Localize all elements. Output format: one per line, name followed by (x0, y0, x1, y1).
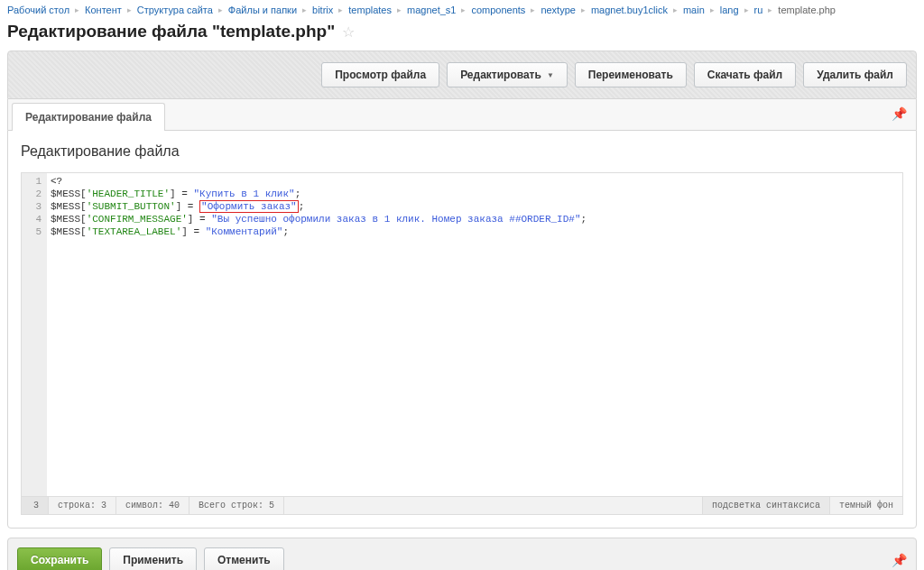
cancel-button[interactable]: Отменить (204, 547, 284, 570)
chevron-right-icon: ▸ (337, 5, 345, 14)
status-col: символ: 40 (116, 497, 189, 514)
breadcrumb-item[interactable]: bitrix (312, 5, 333, 15)
action-toolbar: Просмотр файла Редактировать ▼ Переимено… (7, 51, 917, 99)
breadcrumb-item[interactable]: templates (348, 5, 392, 15)
chevron-right-icon: ▸ (579, 5, 587, 14)
breadcrumb-item[interactable]: lang (720, 5, 739, 15)
chevron-right-icon: ▸ (125, 5, 134, 14)
apply-button[interactable]: Применить (109, 547, 197, 570)
chevron-right-icon: ▸ (300, 5, 309, 14)
chevron-right-icon: ▸ (743, 5, 751, 14)
breadcrumb-item[interactable]: Структура сайта (137, 5, 213, 15)
edit-dropdown-button[interactable]: Редактировать ▼ (447, 62, 568, 87)
download-button[interactable]: Скачать файл (694, 62, 796, 87)
status-line: строка: 3 (49, 497, 116, 514)
line-gutter: 12345 (22, 173, 47, 496)
save-button[interactable]: Сохранить (17, 547, 102, 570)
breadcrumb-item[interactable]: components (471, 5, 525, 15)
code-content[interactable]: <?$MESS['HEADER_TITLE'] = "Купить в 1 кл… (47, 173, 902, 496)
editor-status-bar: 3 строка: 3 символ: 40 Всего строк: 5 по… (22, 496, 902, 514)
chevron-down-icon: ▼ (547, 71, 554, 79)
breadcrumb-item[interactable]: magnet.buy1click (591, 5, 668, 15)
page-title: Редактирование файла "template.php" (7, 22, 335, 41)
chevron-right-icon: ▸ (766, 5, 774, 14)
favorite-star-icon[interactable]: ☆ (342, 23, 355, 41)
tabs: Редактирование файла 📌 (7, 99, 917, 130)
title-row: Редактирование файла "template.php" ☆ (0, 20, 924, 51)
breadcrumb-item[interactable]: ru (754, 5, 763, 15)
status-total: Всего строк: 5 (189, 497, 284, 514)
breadcrumb-item[interactable]: Рабочий стол (7, 5, 69, 15)
chevron-right-icon: ▸ (529, 5, 537, 14)
pin-icon[interactable]: 📌 (892, 553, 907, 567)
dark-mode-toggle[interactable]: темный фон (829, 497, 902, 514)
tab-edit-file[interactable]: Редактирование файла (12, 103, 165, 131)
pin-icon[interactable]: 📌 (892, 106, 907, 121)
syntax-highlight-toggle[interactable]: подсветка синтаксиса (702, 497, 829, 514)
breadcrumb-item[interactable]: Контент (85, 5, 122, 15)
delete-button[interactable]: Удалить файл (803, 62, 907, 87)
chevron-right-icon: ▸ (459, 5, 467, 14)
chevron-right-icon: ▸ (73, 5, 81, 14)
breadcrumb-item[interactable]: nextype (541, 5, 576, 15)
breadcrumb-item: template.php (778, 5, 836, 15)
breadcrumb: Рабочий стол▸Контент▸Структура сайта▸Фай… (0, 0, 924, 20)
chevron-right-icon: ▸ (217, 5, 225, 14)
breadcrumb-item[interactable]: main (683, 5, 705, 15)
chevron-right-icon: ▸ (395, 5, 403, 14)
breadcrumb-item[interactable]: Файлы и папки (228, 5, 297, 15)
panel-heading: Редактирование файла (21, 143, 903, 160)
edit-button-label: Редактировать (460, 69, 541, 81)
code-editor[interactable]: 12345 <?$MESS['HEADER_TITLE'] = "Купить … (21, 172, 903, 515)
view-file-button[interactable]: Просмотр файла (321, 62, 439, 87)
breadcrumb-item[interactable]: magnet_s1 (407, 5, 456, 15)
chevron-right-icon: ▸ (671, 5, 679, 14)
save-bar: Сохранить Применить Отменить 📌 (7, 538, 917, 570)
chevron-right-icon: ▸ (708, 5, 716, 14)
rename-button[interactable]: Переименовать (575, 62, 687, 87)
editor-panel: Редактирование файла 12345 <?$MESS['HEAD… (7, 130, 917, 529)
status-line-number: 3 (22, 497, 49, 514)
